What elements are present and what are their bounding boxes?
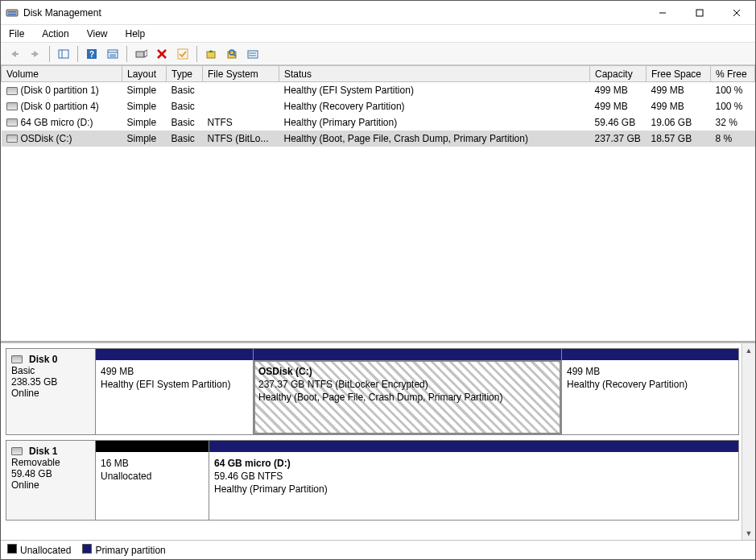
disk-icon bbox=[6, 87, 18, 95]
volume-table[interactable]: Volume Layout Type File System Status Ca… bbox=[1, 65, 755, 147]
close-button[interactable] bbox=[718, 1, 755, 25]
cell-layout: Simple bbox=[122, 82, 167, 98]
table-row[interactable]: (Disk 0 partition 4)SimpleBasicHealthy (… bbox=[2, 98, 755, 114]
disk-icon bbox=[6, 118, 18, 127]
menu-view[interactable]: View bbox=[84, 27, 111, 40]
disk-row: Disk 0Basic238.35 GBOnline499 MBHealthy … bbox=[6, 348, 739, 435]
table-row[interactable]: 64 GB micro (D:)SimpleBasicNTFSHealthy (… bbox=[2, 114, 755, 131]
partition-line1: 59.46 GB NTFS bbox=[214, 470, 733, 483]
col-pctfree[interactable]: % Free bbox=[711, 66, 755, 82]
cell-free: 499 MB bbox=[647, 82, 711, 98]
cell-status: Healthy (Recovery Partition) bbox=[279, 98, 590, 114]
disk-info[interactable]: Disk 0Basic238.35 GBOnline bbox=[6, 348, 96, 435]
help-button[interactable]: ? bbox=[83, 45, 101, 63]
col-capacity[interactable]: Capacity bbox=[590, 66, 647, 82]
scrollbar-vertical[interactable]: ▲ ▼ bbox=[742, 343, 755, 540]
volume-list-pane: Volume Layout Type File System Status Ca… bbox=[1, 65, 755, 342]
menu-action[interactable]: Action bbox=[39, 27, 72, 40]
cell-type: Basic bbox=[167, 114, 203, 131]
volume-name: 64 GB micro (D:) bbox=[21, 117, 93, 128]
disk-type: Removable bbox=[11, 457, 90, 468]
titlebar: Disk Management bbox=[1, 1, 755, 25]
minimize-button[interactable] bbox=[644, 1, 681, 25]
disk-icon bbox=[11, 447, 23, 455]
partition[interactable]: 16 MBUnallocated bbox=[96, 452, 209, 520]
col-freespace[interactable]: Free Space bbox=[647, 66, 711, 82]
col-filesystem[interactable]: File System bbox=[203, 66, 279, 82]
partition[interactable]: 64 GB micro (D:)59.46 GB NTFSHealthy (Pr… bbox=[209, 452, 738, 520]
disk-name: Disk 1 bbox=[29, 446, 57, 457]
svg-rect-28 bbox=[249, 52, 250, 54]
cell-fs: NTFS (BitLo... bbox=[203, 131, 279, 147]
menu-file[interactable]: File bbox=[6, 27, 27, 40]
volume-name: (Disk 0 partition 1) bbox=[21, 85, 99, 96]
svg-rect-1 bbox=[8, 11, 16, 13]
partition-title: OSDisk (C:) bbox=[258, 365, 556, 378]
partition[interactable]: 499 MBHealthy (EFI System Partition) bbox=[96, 360, 253, 434]
partition-line2: Healthy (EFI System Partition) bbox=[101, 378, 248, 391]
scroll-track[interactable] bbox=[742, 357, 755, 526]
window-title: Disk Management bbox=[23, 7, 644, 19]
svg-text:?: ? bbox=[89, 50, 94, 59]
partition-line1: 16 MB bbox=[101, 457, 204, 470]
partition[interactable]: OSDisk (C:)237.37 GB NTFS (BitLocker Enc… bbox=[253, 360, 561, 434]
delete-button[interactable] bbox=[153, 45, 171, 63]
cell-layout: Simple bbox=[122, 131, 167, 147]
disk-type: Basic bbox=[11, 365, 90, 376]
explore-button[interactable] bbox=[132, 45, 150, 63]
svg-rect-25 bbox=[248, 51, 258, 58]
find-button[interactable] bbox=[223, 45, 241, 63]
cell-status: Healthy (Boot, Page File, Crash Dump, Pr… bbox=[279, 131, 590, 147]
refresh-button[interactable] bbox=[202, 45, 220, 63]
check-button[interactable] bbox=[174, 45, 192, 63]
partition-line2: Unallocated bbox=[101, 470, 204, 483]
cell-pct: 100 % bbox=[711, 98, 755, 114]
cell-capacity: 499 MB bbox=[590, 82, 647, 98]
scroll-down-button[interactable]: ▼ bbox=[742, 526, 755, 540]
disk-icon bbox=[6, 135, 18, 143]
table-row[interactable]: OSDisk (C:)SimpleBasicNTFS (BitLo...Heal… bbox=[2, 131, 755, 147]
partition-line1: 499 MB bbox=[567, 365, 733, 378]
forward-button[interactable] bbox=[27, 45, 44, 63]
disk-info[interactable]: Disk 1Removable59.48 GBOnline bbox=[6, 440, 96, 521]
cell-capacity: 59.46 GB bbox=[590, 114, 647, 131]
legend-unallocated: Unallocated bbox=[7, 544, 71, 556]
list-button[interactable] bbox=[244, 45, 262, 63]
table-row[interactable]: (Disk 0 partition 1)SimpleBasicHealthy (… bbox=[2, 82, 755, 98]
svg-rect-29 bbox=[249, 55, 250, 56]
cell-type: Basic bbox=[167, 131, 203, 147]
scroll-up-button[interactable]: ▲ bbox=[742, 343, 755, 357]
svg-rect-9 bbox=[59, 50, 68, 58]
disk-name: Disk 0 bbox=[29, 354, 57, 365]
cell-fs bbox=[203, 82, 279, 98]
toolbar: ? bbox=[1, 43, 755, 65]
col-status[interactable]: Status bbox=[279, 66, 590, 82]
toolbar-separator bbox=[126, 46, 127, 62]
show-hide-tree-button[interactable] bbox=[55, 45, 72, 63]
cell-pct: 32 % bbox=[711, 114, 755, 131]
partition-line2: Healthy (Boot, Page File, Crash Dump, Pr… bbox=[258, 391, 556, 404]
swatch-blue-icon bbox=[82, 544, 92, 554]
menu-help[interactable]: Help bbox=[122, 27, 149, 40]
svg-rect-21 bbox=[207, 52, 215, 58]
back-button[interactable] bbox=[6, 45, 23, 63]
cell-fs bbox=[203, 98, 279, 114]
properties-button[interactable] bbox=[104, 45, 122, 63]
cell-capacity: 237.37 GB bbox=[590, 131, 647, 147]
swatch-black-icon bbox=[7, 544, 17, 554]
partition[interactable]: 499 MBHealthy (Recovery Partition) bbox=[561, 360, 738, 434]
disk-state: Online bbox=[11, 388, 90, 399]
maximize-button[interactable] bbox=[681, 1, 718, 25]
disk-size: 59.48 GB bbox=[11, 468, 90, 479]
col-type[interactable]: Type bbox=[167, 66, 203, 82]
cell-status: Healthy (EFI System Partition) bbox=[279, 82, 590, 98]
table-header-row: Volume Layout Type File System Status Ca… bbox=[2, 66, 755, 82]
col-volume[interactable]: Volume bbox=[2, 66, 122, 82]
col-layout[interactable]: Layout bbox=[122, 66, 167, 82]
cell-capacity: 499 MB bbox=[590, 98, 647, 114]
disk-icon bbox=[11, 355, 23, 363]
app-icon bbox=[6, 6, 19, 19]
partition-line1: 237.37 GB NTFS (BitLocker Encrypted) bbox=[258, 378, 556, 391]
cell-status: Healthy (Primary Partition) bbox=[279, 114, 590, 131]
svg-rect-2 bbox=[8, 14, 16, 15]
